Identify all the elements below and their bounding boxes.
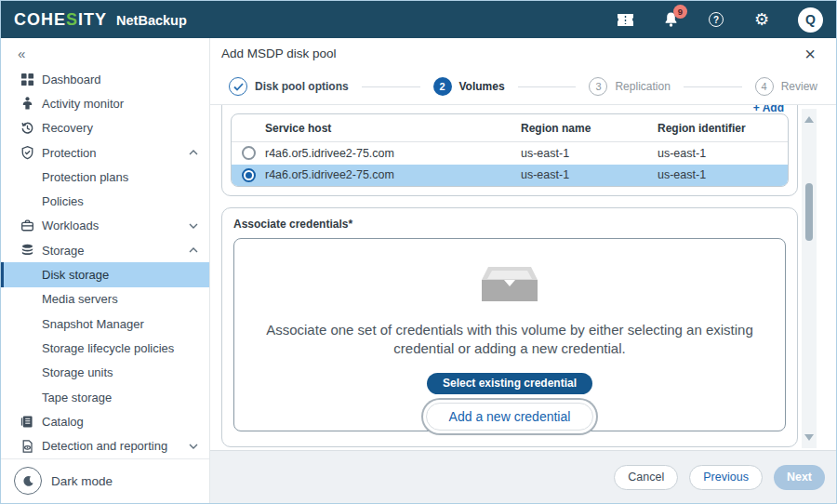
workloads-briefcase-icon bbox=[20, 219, 34, 233]
table-row-selected[interactable]: r4a6.or5.idrivee2-75.com us-east-1 us-ea… bbox=[232, 165, 788, 187]
scroll-up-arrow-icon[interactable] bbox=[804, 116, 814, 123]
help-icon[interactable]: ? bbox=[707, 10, 725, 29]
scrollbar-thumb[interactable] bbox=[805, 183, 813, 241]
logo-part3: ITY bbox=[78, 10, 107, 29]
cell-region-identifier: us-east-1 bbox=[658, 147, 788, 160]
sidebar-item-catalog[interactable]: Catalog bbox=[1, 409, 209, 433]
top-bar: COHESITY NetBackup 9 ? ⚙ bbox=[1, 1, 836, 38]
sidebar-item-label: Detection and reporting bbox=[42, 439, 167, 453]
sidebar-item-label: Snapshot Manager bbox=[42, 317, 144, 331]
detection-report-icon bbox=[20, 439, 34, 454]
dark-mode-toggle[interactable]: Dark mode bbox=[1, 458, 209, 503]
app-window: COHESITY NetBackup 9 ? ⚙ bbox=[0, 0, 837, 504]
storage-database-icon bbox=[20, 243, 34, 258]
dashboard-icon bbox=[20, 72, 34, 86]
step-label: Disk pool options bbox=[255, 80, 349, 93]
sidebar-item-label: Protection bbox=[42, 146, 97, 160]
sidebar-item-media-servers[interactable]: Media servers bbox=[1, 287, 209, 312]
scroll-down-arrow-icon[interactable] bbox=[804, 434, 814, 441]
recovery-icon bbox=[20, 121, 34, 136]
logo-part1: COHE bbox=[14, 10, 66, 29]
jobs-ticket-icon[interactable] bbox=[616, 10, 634, 29]
sidebar-item-label: Activity monitor bbox=[42, 97, 124, 111]
user-avatar[interactable]: Q bbox=[798, 7, 823, 33]
step-number: 3 bbox=[589, 77, 607, 96]
volumes-table: Service host Region name Region identifi… bbox=[231, 113, 789, 187]
associate-credentials-label: Associate credentials* bbox=[233, 218, 786, 231]
sidebar-item-activity-monitor[interactable]: Activity monitor bbox=[1, 91, 209, 115]
step-label: Volumes bbox=[459, 80, 505, 93]
close-icon[interactable]: × bbox=[804, 45, 816, 63]
sidebar-item-label: Storage bbox=[42, 244, 85, 258]
sidebar-item-tape-storage[interactable]: Tape storage bbox=[1, 385, 209, 409]
dialog-title: Add MSDP disk pool bbox=[221, 46, 337, 60]
wizard-stepper: Disk pool options 2 Volumes 3 Replicatio… bbox=[210, 69, 836, 105]
previous-button[interactable]: Previous bbox=[689, 465, 763, 490]
step-volumes[interactable]: 2 Volumes bbox=[433, 77, 505, 96]
sidebar-item-policies[interactable]: Policies bbox=[1, 189, 209, 213]
sidebar-item-storage[interactable]: Storage bbox=[1, 238, 209, 262]
select-existing-credential-button[interactable]: Select existing credential bbox=[427, 373, 592, 394]
dialog-header: Add MSDP disk pool × bbox=[210, 38, 836, 69]
sidebar-item-workloads[interactable]: Workloads bbox=[1, 214, 209, 238]
sidebar-item-protection[interactable]: Protection bbox=[1, 140, 209, 165]
add-new-credential-button[interactable]: Add a new credential bbox=[426, 403, 594, 431]
table-row[interactable]: r4a6.or5.idrivee2-75.com us-east-1 us-ea… bbox=[232, 142, 788, 165]
sidebar-item-label: Protection plans bbox=[42, 170, 128, 184]
sidebar-item-dashboard[interactable]: Dashboard bbox=[1, 67, 209, 91]
sidebar-item-label: Disk storage bbox=[42, 268, 109, 282]
radio-selected[interactable] bbox=[242, 168, 256, 182]
column-header-region-identifier: Region identifier bbox=[658, 122, 788, 135]
vertical-scrollbar[interactable] bbox=[802, 109, 817, 448]
cell-service-host: r4a6.or5.idrivee2-75.com bbox=[265, 147, 521, 160]
sidebar-item-disk-storage[interactable]: Disk storage bbox=[1, 262, 209, 286]
chevron-up-icon bbox=[189, 150, 198, 155]
moon-icon bbox=[14, 467, 42, 495]
step-connector bbox=[362, 86, 420, 87]
step-replication[interactable]: 3 Replication bbox=[589, 77, 670, 96]
sidebar-item-label: Media servers bbox=[42, 292, 118, 306]
sidebar-item-storage-units[interactable]: Storage units bbox=[1, 361, 209, 385]
step-disk-pool-options[interactable]: Disk pool options bbox=[229, 77, 349, 96]
cancel-button[interactable]: Cancel bbox=[614, 465, 678, 490]
activity-monitor-icon bbox=[20, 96, 34, 111]
sidebar-item-recovery[interactable]: Recovery bbox=[1, 116, 209, 140]
sidebar-item-storage-lifecycle-policies[interactable]: Storage lifecycle policies bbox=[1, 336, 209, 360]
step-review[interactable]: 4 Review bbox=[755, 77, 817, 96]
empty-tray-icon bbox=[481, 265, 538, 302]
sidebar: « Dashboard Activity monitor bbox=[1, 38, 210, 503]
cell-region-name: us-east-1 bbox=[521, 147, 658, 160]
brand-logo: COHESITY NetBackup bbox=[14, 10, 187, 30]
column-header-region-name: Region name bbox=[521, 122, 658, 135]
sidebar-item-label: Workloads bbox=[42, 219, 99, 232]
sidebar-item-label: Catalog bbox=[42, 415, 84, 429]
cell-region-identifier: us-east-1 bbox=[658, 168, 788, 181]
next-button[interactable]: Next bbox=[774, 465, 825, 490]
step-label: Review bbox=[781, 80, 817, 93]
sidebar-item-protection-plans[interactable]: Protection plans bbox=[1, 165, 209, 189]
dialog-footer: Cancel Previous Next bbox=[210, 450, 836, 503]
credentials-description: Associate one set of credentials with th… bbox=[234, 321, 785, 359]
cohesity-logo: COHESITY bbox=[14, 10, 107, 30]
product-name: NetBackup bbox=[116, 13, 187, 28]
chevron-down-icon bbox=[189, 444, 198, 449]
add-row: + Add bbox=[222, 105, 797, 112]
sidebar-item-label: Tape storage bbox=[42, 391, 112, 405]
add-volume-link[interactable]: + Add bbox=[753, 105, 784, 114]
sidebar-item-detection-and-reporting[interactable]: Detection and reporting bbox=[1, 433, 209, 458]
sidebar-collapse-icon[interactable]: « bbox=[1, 38, 209, 67]
add-msdp-disk-pool-dialog: Add MSDP disk pool × Disk pool options 2… bbox=[210, 38, 836, 503]
cell-service-host: r4a6.or5.idrivee2-75.com bbox=[265, 168, 521, 181]
check-icon bbox=[229, 77, 247, 96]
sidebar-item-label: Dashboard bbox=[42, 73, 101, 86]
topbar-actions: 9 ? ⚙ Q bbox=[616, 7, 823, 33]
sidebar-item-snapshot-manager[interactable]: Snapshot Manager bbox=[1, 312, 209, 336]
chevron-down-icon bbox=[189, 223, 198, 229]
radio-unselected[interactable] bbox=[242, 146, 256, 160]
notifications-bell-icon[interactable]: 9 bbox=[661, 10, 680, 29]
step-connector bbox=[684, 86, 742, 87]
sidebar-item-label: Policies bbox=[42, 194, 84, 208]
catalog-book-icon bbox=[20, 414, 34, 429]
sidebar-item-label: Recovery bbox=[42, 121, 93, 135]
settings-gear-icon[interactable]: ⚙ bbox=[752, 10, 771, 29]
